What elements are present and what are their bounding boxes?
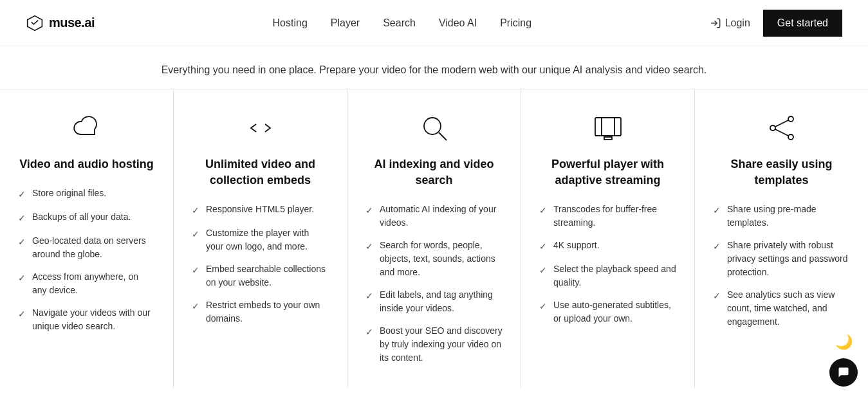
svg-point-10 [788,134,793,140]
check-icon: ✓ [192,300,199,313]
list-item: ✓ Geo-located data on servers around the… [18,234,155,261]
check-icon: ✓ [18,212,26,225]
list-item: ✓ 4K support. [539,239,676,253]
search-list: ✓ Automatic AI indexing of your videos. … [365,203,503,365]
embeds-item-4: Restrict embeds to your own domains. [206,298,329,325]
share-item-2: Share privately with robust privacy sett… [727,239,850,279]
check-icon: ✓ [539,300,547,313]
check-icon: ✓ [365,325,373,339]
chat-icon [837,366,850,379]
share-item-3: See analytics such as view count, time w… [727,288,850,329]
list-item: ✓ Store original files. [18,187,155,201]
dark-mode-toggle[interactable]: 🌙 [835,334,853,351]
nav-right: Login Get started [710,10,842,37]
logo-icon [26,14,44,32]
list-item: ✓ Transcodes for buffer-free streaming. [539,203,676,230]
nav-hosting[interactable]: Hosting [273,17,308,28]
svg-rect-7 [604,137,612,140]
share-icon [766,113,797,143]
list-item: ✓ Customize the player with your own log… [192,226,329,253]
hosting-list: ✓ Store original files. ✓ Backups of all… [18,187,155,333]
subtitle-text: Everything you need in one place. Prepar… [162,64,707,75]
list-item: ✓ Search for words, people, objects, tex… [365,239,503,279]
share-title: Share easily using templates [713,156,850,188]
hosting-item-4: Access from anywhere, on any device. [32,270,155,297]
check-icon: ✓ [18,235,26,249]
logo[interactable]: muse.ai [26,14,95,32]
cloud-icon [71,113,102,143]
search-item-2: Search for words, people, objects, text,… [380,239,503,279]
search-item-3: Edit labels, and tag anything inside you… [380,288,503,315]
get-started-button[interactable]: Get started [763,10,842,37]
search-item-4: Boost your SEO and discovery by truly in… [380,324,503,365]
check-icon: ✓ [365,240,373,253]
check-icon: ✓ [365,289,373,303]
features-section: Video and audio hosting ✓ Store original… [0,89,868,388]
list-item: ✓ Share privately with robust privacy se… [713,239,850,279]
svg-line-11 [775,120,788,127]
player-icon-container [539,113,676,143]
check-icon: ✓ [713,204,721,217]
hosting-item-5: Navigate your videos with our unique vid… [32,306,155,333]
embeds-item-2: Customize the player with your own logo,… [206,226,329,253]
nav-pricing[interactable]: Pricing [500,17,531,28]
share-item-1: Share using pre-made templates. [727,203,850,230]
player-item-2: 4K support. [553,239,600,252]
player-item-4: Use auto-generated subtitles, or upload … [553,298,676,325]
login-link[interactable]: Login [710,17,750,29]
svg-point-8 [788,116,793,122]
embeds-item-1: Responsive HTML5 player. [206,203,314,216]
check-icon: ✓ [192,204,199,217]
list-item: ✓ Backups of all your data. [18,210,155,225]
svg-rect-5 [602,118,614,136]
check-icon: ✓ [18,307,26,321]
hosting-item-2: Backups of all your data. [32,210,131,224]
check-icon: ✓ [18,271,26,285]
list-item: ✓ Embed searchable collections on your w… [192,262,329,289]
player-item-3: Select the playback speed and quality. [553,262,676,289]
nav-search[interactable]: Search [383,17,416,28]
hosting-title: Video and audio hosting [18,156,155,172]
bottom-right-ui: 🌙 [829,334,858,387]
share-icon-container [713,113,850,143]
subtitle-bar: Everything you need in one place. Prepar… [0,46,868,89]
login-icon [710,17,721,29]
share-list: ✓ Share using pre-made templates. ✓ Shar… [713,203,850,329]
list-item: ✓ Access from anywhere, on any device. [18,270,155,297]
svg-line-12 [775,129,788,136]
player-title: Powerful player with adaptive streaming [539,156,676,188]
svg-rect-4 [595,118,621,136]
svg-point-2 [424,118,441,134]
list-item: ✓ Restrict embeds to your own domains. [192,298,329,325]
feature-hosting: Video and audio hosting ✓ Store original… [0,89,174,388]
check-icon: ✓ [539,240,547,253]
nav-player[interactable]: Player [331,17,360,28]
embeds-item-3: Embed searchable collections on your web… [206,262,329,289]
search-item-1: Automatic AI indexing of your videos. [380,203,503,230]
logo-text: muse.ai [49,15,95,30]
svg-point-9 [770,125,775,131]
check-icon: ✓ [18,188,26,201]
check-icon: ✓ [539,204,547,217]
check-icon: ✓ [713,240,721,253]
check-icon: ✓ [713,289,721,303]
navbar: muse.ai Hosting Player Search Video AI P… [0,0,868,46]
hosting-item-3: Geo-located data on servers around the g… [32,234,155,261]
check-icon: ✓ [192,264,199,277]
list-item: ✓ Boost your SEO and discovery by truly … [365,324,503,365]
player-icon [593,113,623,143]
feature-search: AI indexing and video search ✓ Automatic… [347,89,521,388]
nav-video-ai[interactable]: Video AI [439,17,477,28]
list-item: ✓ Use auto-generated subtitles, or uploa… [539,298,676,325]
list-item: ✓ Edit labels, and tag anything inside y… [365,288,503,315]
list-item: ✓ Automatic AI indexing of your videos. [365,203,503,230]
list-item: ✓ Share using pre-made templates. [713,203,850,230]
check-icon: ✓ [192,228,199,241]
list-item: ✓ Navigate your videos with our unique v… [18,306,155,333]
search-icon [419,113,450,143]
chat-button[interactable] [829,358,858,387]
svg-line-3 [439,132,447,140]
embeds-title: Unlimited video and collection embeds [192,156,329,188]
login-label: Login [725,17,750,29]
nav-links: Hosting Player Search Video AI Pricing [273,17,532,29]
